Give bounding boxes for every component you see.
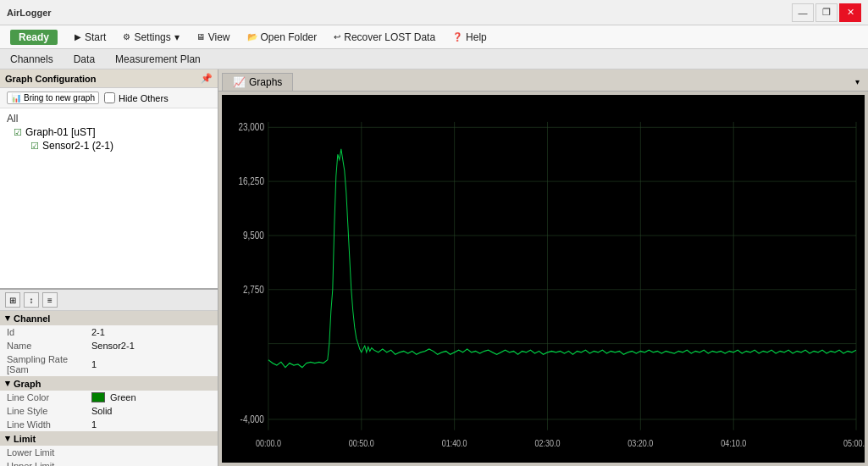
start-icon: ▶ bbox=[75, 32, 81, 42]
chevron-limit-icon: ▾ bbox=[5, 433, 10, 444]
titlebar-left: AirLogger bbox=[7, 8, 52, 18]
svg-text:03:20.0: 03:20.0 bbox=[628, 438, 653, 448]
prop-sampling-rate: Sampling Rate [Sam 1 bbox=[0, 352, 218, 376]
graph-config-toolbar: 📊 Bring to new graph Hide Others bbox=[0, 88, 218, 108]
graph-tabbar: 📈 Graphs ▾ bbox=[218, 69, 868, 92]
prop-upper-limit: Upper Limit bbox=[0, 459, 218, 466]
menu-open-folder[interactable]: 📂 Open Folder bbox=[240, 29, 324, 46]
menu-settings[interactable]: ⚙ Settings ▾ bbox=[116, 29, 185, 46]
tab-graphs[interactable]: 📈 Graphs bbox=[222, 73, 293, 91]
view-icon: 🖥 bbox=[196, 32, 205, 42]
menu-view[interactable]: 🖥 View bbox=[190, 29, 237, 46]
all-label: All bbox=[7, 113, 18, 125]
graph-tab-dropdown[interactable]: ▾ bbox=[850, 75, 865, 88]
main-layout: Graph Configuration 📌 📊 Bring to new gra… bbox=[0, 69, 868, 466]
graph01-check: ☑ bbox=[14, 127, 22, 138]
tree-view: All ☑ Graph-01 [uST] ☑ Sensor2-1 (2-1) bbox=[0, 108, 218, 288]
graph-area[interactable]: 📊 Graph-01 [uST] bbox=[222, 95, 865, 463]
section-channel: ▾ Channel bbox=[0, 311, 218, 325]
graph-tab-icon: 📈 bbox=[233, 76, 246, 88]
prop-line-color: Line Color Green bbox=[0, 391, 218, 404]
settings-arrow: ▾ bbox=[174, 31, 180, 43]
svg-text:04:10.0: 04:10.0 bbox=[721, 438, 746, 448]
properties-panel: ⊞ ↕ ≡ ▾ Channel Id 2-1 Name Sensor2-1 Sa… bbox=[0, 288, 218, 466]
tab-measurement-plan[interactable]: Measurement Plan bbox=[112, 52, 204, 67]
svg-text:01:40.0: 01:40.0 bbox=[442, 438, 467, 448]
tree-root-all[interactable]: All bbox=[7, 112, 211, 125]
pin-icon[interactable]: 📌 bbox=[201, 73, 213, 84]
menubar: Ready ▶ Start ⚙ Settings ▾ 🖥 View 📂 Open… bbox=[0, 25, 868, 49]
sensor21-check: ☑ bbox=[30, 141, 39, 152]
recover-icon: ↩ bbox=[334, 32, 340, 42]
right-panel: 📈 Graphs ▾ 📊 Graph-01 [uST] bbox=[218, 69, 868, 466]
left-panel: Graph Configuration 📌 📊 Bring to new gra… bbox=[0, 69, 218, 466]
svg-text:05:00.0: 05:00.0 bbox=[843, 438, 865, 448]
tree-node-graph01[interactable]: ☑ Graph-01 [uST] bbox=[14, 125, 211, 139]
settings-icon: ⚙ bbox=[123, 32, 130, 42]
menu-ready: Ready bbox=[3, 27, 64, 47]
prop-name: Name Sensor2-1 bbox=[0, 339, 218, 352]
prop-lower-limit: Lower Limit bbox=[0, 446, 218, 459]
line-color-swatch bbox=[91, 392, 105, 402]
restore-button[interactable]: ❐ bbox=[815, 3, 838, 22]
section-limit: ▾ Limit bbox=[0, 431, 218, 446]
ready-status: Ready bbox=[10, 30, 58, 45]
prop-line-style: Line Style Solid bbox=[0, 404, 218, 418]
tree-node-sensor21[interactable]: ☑ Sensor2-1 (2-1) bbox=[30, 139, 211, 153]
graph-config-title: Graph Configuration bbox=[5, 74, 97, 84]
tab-channels[interactable]: Channels bbox=[7, 52, 57, 67]
top-tabbar: Channels Data Measurement Plan bbox=[0, 49, 868, 69]
prop-line-width: Line Width 1 bbox=[0, 418, 218, 431]
svg-text:-4,000: -4,000 bbox=[240, 413, 264, 424]
svg-text:2,750: 2,750 bbox=[243, 283, 264, 294]
props-icon-3[interactable]: ≡ bbox=[42, 292, 58, 308]
svg-text:00:50.0: 00:50.0 bbox=[349, 438, 374, 448]
hide-others-checkbox[interactable] bbox=[104, 92, 115, 103]
props-icon-1[interactable]: ⊞ bbox=[5, 292, 20, 308]
folder-icon: 📂 bbox=[247, 32, 257, 42]
bring-to-new-graph-button[interactable]: 📊 Bring to new graph bbox=[7, 92, 99, 104]
graph-config-header: Graph Configuration 📌 bbox=[0, 69, 218, 88]
section-graph: ▾ Graph bbox=[0, 376, 218, 391]
prop-id: Id 2-1 bbox=[0, 325, 218, 339]
minimize-button[interactable]: — bbox=[792, 3, 814, 22]
menu-start[interactable]: ▶ Start bbox=[68, 29, 113, 46]
titlebar: AirLogger — ❐ ✕ bbox=[0, 0, 868, 25]
graph-svg: 23,000 16,250 9,500 2,750 -4,000 00:00.0… bbox=[222, 95, 865, 463]
svg-text:02:30.0: 02:30.0 bbox=[535, 438, 561, 448]
titlebar-controls: — ❐ ✕ bbox=[792, 3, 861, 22]
svg-text:00:00.0: 00:00.0 bbox=[256, 438, 281, 448]
chevron-graph-icon: ▾ bbox=[5, 378, 10, 389]
svg-text:9,500: 9,500 bbox=[243, 230, 264, 241]
graph-icon: 📊 bbox=[11, 93, 21, 103]
svg-text:23,000: 23,000 bbox=[238, 121, 264, 132]
chevron-channel-icon: ▾ bbox=[5, 313, 10, 324]
svg-text:16,250: 16,250 bbox=[238, 175, 264, 186]
close-button[interactable]: ✕ bbox=[839, 3, 861, 22]
hide-others-checkbox-label[interactable]: Hide Others bbox=[104, 92, 169, 103]
menu-recover[interactable]: ↩ Recover LOST Data bbox=[327, 29, 442, 46]
tab-data[interactable]: Data bbox=[70, 52, 98, 67]
props-icon-2[interactable]: ↕ bbox=[24, 292, 39, 308]
app-logo: AirLogger bbox=[7, 8, 52, 18]
svg-rect-0 bbox=[222, 95, 865, 463]
help-icon: ❓ bbox=[452, 32, 462, 42]
props-toolbar: ⊞ ↕ ≡ bbox=[0, 290, 218, 311]
menu-help[interactable]: ❓ Help bbox=[445, 29, 494, 46]
